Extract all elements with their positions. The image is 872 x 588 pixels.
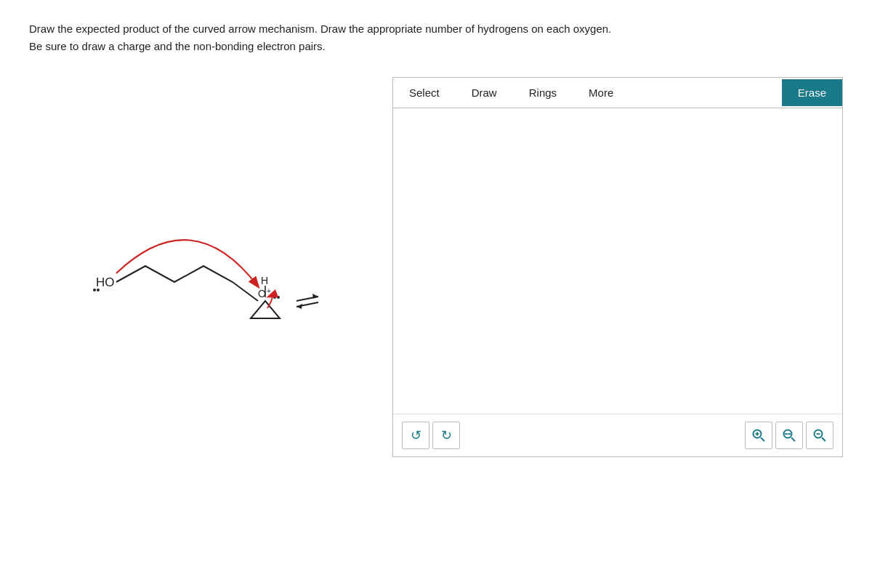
- svg-line-14: [822, 438, 825, 441]
- arrow-right-head: [312, 294, 318, 299]
- svg-point-3: [277, 296, 280, 299]
- question-line2: Be sure to draw a charge and the non-bon…: [29, 38, 843, 55]
- svg-marker-12: [789, 433, 791, 435]
- undo-button[interactable]: ↺: [402, 422, 429, 449]
- undo-redo-controls: ↺ ↻: [402, 422, 460, 449]
- carbon-chain: [116, 266, 258, 301]
- zoom-fit-icon: [782, 428, 796, 443]
- curved-arrow-1: [116, 240, 258, 286]
- svg-point-2: [273, 296, 276, 299]
- molecule-area: HO O +: [29, 77, 392, 382]
- bottom-bar: ↺ ↻: [393, 414, 842, 456]
- select-button[interactable]: Select: [393, 78, 456, 108]
- ho-label: HO: [96, 275, 115, 289]
- question-container: Draw the expected product of the curved …: [0, 0, 872, 63]
- redo-icon: ↻: [441, 427, 452, 443]
- rings-button[interactable]: Rings: [513, 78, 573, 108]
- more-button[interactable]: More: [573, 78, 629, 108]
- arrow-left-head: [296, 304, 302, 309]
- main-area: HO O +: [0, 63, 872, 472]
- hydrogen-label: H: [261, 275, 268, 286]
- zoom-out-button[interactable]: [806, 422, 833, 449]
- zoom-in-button[interactable]: [745, 422, 772, 449]
- zoom-out-icon: [812, 428, 827, 443]
- zoom-controls: [745, 422, 833, 449]
- svg-line-5: [761, 438, 764, 441]
- molecule-diagram: HO O +: [51, 106, 371, 382]
- svg-point-1: [97, 289, 100, 291]
- molecule-svg: HO O +: [51, 106, 371, 368]
- svg-line-9: [791, 438, 795, 441]
- canvas-drawing-area[interactable]: [393, 108, 842, 414]
- drawing-tool-panel: Select Draw Rings More Erase ↺ ↻: [392, 77, 843, 457]
- svg-marker-11: [785, 433, 786, 435]
- question-line1: Draw the expected product of the curved …: [29, 20, 843, 38]
- redo-button[interactable]: ↻: [432, 422, 460, 449]
- erase-button[interactable]: Erase: [782, 79, 842, 106]
- undo-icon: ↺: [411, 427, 421, 443]
- svg-point-0: [93, 289, 96, 291]
- zoom-fit-button[interactable]: [775, 422, 803, 449]
- toolbar: Select Draw Rings More Erase: [393, 78, 842, 108]
- draw-button[interactable]: Draw: [456, 78, 513, 108]
- charge-plus: +: [267, 287, 271, 295]
- epoxide-ring: [251, 301, 280, 318]
- zoom-in-icon: [751, 428, 766, 443]
